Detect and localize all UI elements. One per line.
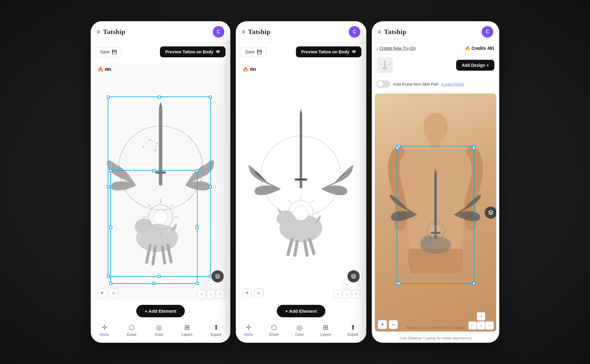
- zoom-out-1[interactable]: −: [109, 288, 118, 298]
- credits-value-1: 491: [105, 67, 111, 72]
- arrow-up-1[interactable]: ↑: [207, 281, 215, 289]
- desktop-note-text-3: (Use Desktop / Laptop for better experie…: [400, 336, 472, 340]
- svg-line-5: [143, 140, 150, 147]
- app-header-3: ≡ Tatship C: [372, 21, 499, 43]
- svg-line-24: [170, 204, 173, 207]
- nav-move-1[interactable]: ✛ Move: [96, 322, 112, 338]
- chevron-left-icon-3: ‹: [377, 46, 378, 51]
- header-left-2: ≡ Tatship: [242, 28, 270, 36]
- body-arrow-up-3[interactable]: ↑: [477, 312, 485, 321]
- preview-label-1: Preview Tattoo on Body: [165, 49, 213, 54]
- avatar-3[interactable]: C: [482, 26, 493, 38]
- auto-erase-toggle-3[interactable]: [377, 80, 390, 88]
- body-zoom-out-3[interactable]: −: [389, 320, 398, 329]
- body-zoom-in-3[interactable]: +: [378, 320, 387, 329]
- preview-button-1[interactable]: Preview Tattoo on Body 👁: [160, 46, 225, 57]
- thumb-art-3: [379, 59, 391, 71]
- back-link-3[interactable]: ‹ Create New Try-On: [377, 46, 416, 51]
- export-label-1: Export: [211, 332, 221, 337]
- save-icon-1: 💾: [112, 49, 117, 54]
- color-icon-2: ◎: [297, 324, 302, 332]
- arrow-left-2[interactable]: ←: [334, 290, 342, 298]
- arrow-left-1[interactable]: ←: [198, 290, 206, 298]
- body-arrow-controls-3: ↑ ← ↓ →: [468, 312, 493, 330]
- add-element-label-1: + Add Element: [145, 308, 176, 314]
- nav-layers-2[interactable]: ⊞ Layers: [317, 322, 335, 338]
- avatar-1[interactable]: C: [213, 26, 224, 38]
- phone-frame-3: ≡ Tatship C ‹ Create New Try-On 🔥 Credit…: [372, 21, 499, 343]
- save-label-1: Save: [100, 49, 110, 54]
- body-arrow-right-3[interactable]: →: [485, 321, 494, 330]
- arrow-up-2[interactable]: ↑: [343, 281, 351, 289]
- svg-rect-8: [159, 109, 162, 186]
- tattoo-svg-2: [249, 81, 353, 283]
- body-zoom-controls-3: + −: [378, 320, 398, 329]
- nav-color-1[interactable]: ◎ Color: [151, 322, 167, 338]
- credits-badge-1: 🔥 491: [97, 66, 111, 72]
- back-nav-3: ‹ Create New Try-On 🔥 Credits 491: [372, 43, 499, 54]
- tattoo-svg-1: [101, 75, 220, 289]
- nav-erase-1[interactable]: ⬡ Erase: [123, 322, 140, 338]
- svg-line-33: [295, 241, 297, 255]
- export-label-2: Export: [348, 332, 358, 337]
- svg-marker-10: [159, 102, 162, 109]
- add-element-button-2[interactable]: + Add Element: [277, 305, 325, 317]
- phone-frame-1: ≡ Tatship C Save 💾 Preview Tattoo on Bod…: [91, 21, 230, 343]
- zoom-in-1[interactable]: +: [97, 288, 107, 298]
- svg-rect-9: [155, 171, 166, 174]
- preview-button-2[interactable]: Preview Tattoo on Body 👁: [296, 46, 361, 57]
- zoom-in-2[interactable]: +: [242, 288, 252, 298]
- app-header-2: ≡ Tatship C: [236, 21, 366, 43]
- save-button-2[interactable]: Save 💾: [241, 47, 266, 57]
- nav-layers-1[interactable]: ⊞ Layers: [178, 322, 196, 338]
- layers-fab-3[interactable]: [485, 207, 496, 219]
- add-design-button-3[interactable]: Add Design +: [456, 60, 494, 71]
- layers-fab-1[interactable]: [212, 270, 224, 282]
- layers-fab-2[interactable]: [348, 270, 360, 282]
- save-icon-2: 💾: [257, 49, 262, 54]
- nav-erase-2[interactable]: ⬡ Erase: [266, 322, 282, 338]
- app-background: ≡ Tatship C Save 💾 Preview Tattoo on Bod…: [0, 0, 590, 364]
- color-label-1: Color: [155, 332, 164, 337]
- preview-label-2: Preview Tattoo on Body: [301, 49, 349, 54]
- nav-export-1[interactable]: ⬆ Export: [207, 322, 225, 338]
- app-header-1: ≡ Tatship C: [91, 21, 230, 43]
- arrow-right-1[interactable]: →: [216, 290, 224, 298]
- body-arrow-down-3[interactable]: ↓: [477, 321, 485, 330]
- watermark-3: AI-powered Try-On powered by Tatship.app: [406, 326, 465, 329]
- layers-fab-icon-3: [488, 210, 493, 215]
- menu-icon-3[interactable]: ≡: [378, 29, 381, 35]
- layers-icon-1: ⊞: [184, 324, 190, 332]
- export-icon-1: ⬆: [213, 324, 219, 332]
- layers-icon-2: ⊞: [323, 324, 328, 332]
- arrow-right-2[interactable]: →: [352, 290, 360, 298]
- move-label-1: Move: [100, 332, 109, 337]
- canvas-area-2[interactable]: 🔥 491: [239, 63, 363, 301]
- layers-label-2: Layers: [320, 332, 331, 337]
- svg-point-57: [430, 225, 441, 236]
- nav-export-2[interactable]: ⬆ Export: [344, 322, 362, 338]
- learn-more-link-3[interactable]: (Learn more): [441, 82, 464, 86]
- app-title-1: Tatship: [103, 28, 126, 36]
- svg-line-7: [155, 143, 157, 150]
- add-element-button-1[interactable]: + Add Element: [136, 305, 185, 317]
- erase-label-2: Erase: [269, 332, 279, 337]
- save-button-1[interactable]: Save 💾: [96, 47, 121, 57]
- arrow-down-2[interactable]: ↓: [343, 290, 351, 298]
- nav-color-2[interactable]: ◎ Color: [292, 322, 308, 338]
- credits-value-3: 491: [487, 46, 494, 51]
- body-canvas-3[interactable]: AI-powered Try-On powered by Tatship.app…: [375, 93, 496, 332]
- layers-label-1: Layers: [181, 332, 192, 337]
- arrow-controls-2: ↑ ← ↓ →: [334, 281, 360, 298]
- nav-move-2[interactable]: ✛ Move: [240, 322, 256, 338]
- avatar-2[interactable]: C: [349, 26, 360, 38]
- save-label-2: Save: [245, 49, 255, 54]
- body-arrow-left-3[interactable]: ←: [468, 321, 477, 330]
- canvas-area-1[interactable]: 🔥 491: [94, 63, 227, 301]
- zoom-out-2[interactable]: −: [254, 288, 263, 298]
- svg-marker-30: [300, 109, 302, 114]
- menu-icon-2[interactable]: ≡: [242, 29, 245, 35]
- menu-icon-1[interactable]: ≡: [97, 29, 100, 35]
- arrow-down-1[interactable]: ↓: [207, 290, 215, 298]
- bottom-nav-2: ✛ Move ⬡ Erase ◎ Color ⊞ Layers ⬆ Export: [236, 319, 366, 343]
